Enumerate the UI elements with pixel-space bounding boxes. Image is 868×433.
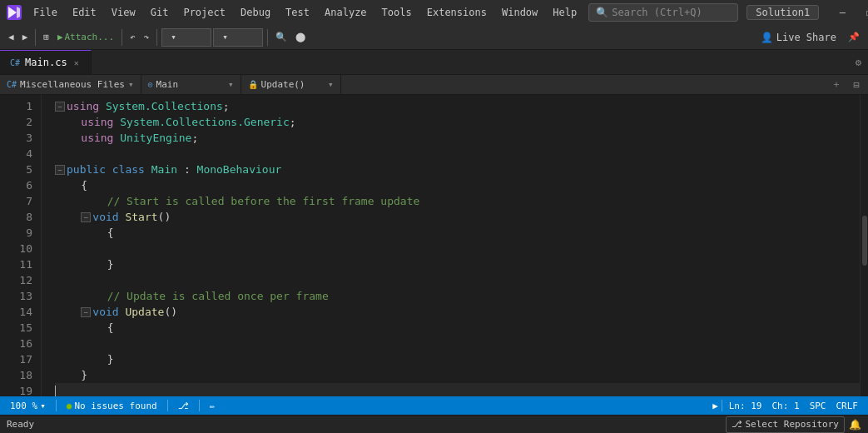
line-endings-status[interactable]: CRLF <box>833 396 862 415</box>
pending-changes[interactable]: ✏ <box>206 396 219 415</box>
maximize-button[interactable]: ☐ <box>857 3 868 22</box>
window-controls: — ☐ ✕ <box>831 3 868 22</box>
nav-class-segment[interactable]: ⊙ Main ▾ <box>141 75 241 94</box>
text-cursor <box>55 386 56 397</box>
start-button[interactable]: ▶ Attach... <box>54 27 117 47</box>
live-share-icon: 👤 <box>761 32 773 43</box>
menu-help[interactable]: Help <box>546 5 583 20</box>
redo-button[interactable]: ↷ <box>141 27 153 47</box>
forward-icon: ▶ <box>22 32 28 42</box>
zoom-status[interactable]: 100 % ▾ <box>7 396 49 415</box>
nav-back-button[interactable]: ◀ <box>5 27 17 47</box>
pin-button[interactable]: 📌 <box>845 27 863 47</box>
settings-gear-icon: ⚙ <box>856 57 861 68</box>
ready-label: Ready <box>7 419 34 430</box>
tab-label: Main.cs <box>25 57 67 68</box>
menu-file[interactable]: File <box>27 5 64 20</box>
fold-button[interactable]: − <box>55 165 65 175</box>
chevron-down-icon-5: ▾ <box>328 79 334 90</box>
title-bar: File Edit View Git Project Debug Test An… <box>0 0 868 25</box>
live-share-button[interactable]: 👤 Live Share <box>754 30 843 45</box>
find-button[interactable]: 🔍 <box>272 27 290 47</box>
line-number: 1 <box>0 98 32 114</box>
minimize-button[interactable]: — <box>831 3 854 22</box>
line-number: 12 <box>0 272 32 288</box>
breakpoint-icon: ⬤ <box>295 32 305 42</box>
zoom-chevron: ▾ <box>40 401 46 411</box>
notification-icon[interactable]: 🔔 <box>848 418 861 431</box>
menu-git[interactable]: Git <box>144 5 176 20</box>
menu-extensions[interactable]: Extensions <box>420 5 494 20</box>
code-line: // Start is called before the first fram… <box>55 193 860 209</box>
svg-marker-0 <box>8 7 17 18</box>
fold-button[interactable]: − <box>81 212 91 222</box>
pencil-icon: ✏ <box>210 401 216 411</box>
nav-method-segment[interactable]: 🔒 Update() ▾ <box>241 75 341 94</box>
nav-bar: C# Miscellaneous Files ▾ ⊙ Main ▾ 🔒 Upda… <box>0 75 868 95</box>
encoding-label: SPC <box>810 401 826 411</box>
menu-debug[interactable]: Debug <box>234 5 277 20</box>
branch-status[interactable]: ⎇ <box>175 396 192 415</box>
code-line <box>55 272 860 288</box>
code-area[interactable]: −using System.Collections; using System.… <box>42 95 860 396</box>
menu-analyze[interactable]: Analyze <box>318 5 374 20</box>
config-dropdown[interactable]: ▾ <box>161 28 211 47</box>
menu-view[interactable]: View <box>105 5 142 20</box>
menu-project[interactable]: Project <box>176 5 232 20</box>
menu-window[interactable]: Window <box>495 5 544 20</box>
nav-forward-button[interactable]: ▶ <box>19 27 32 47</box>
status-bar: 100 % ▾ ● No issues found ⎇ ✏ ▶ Ln: 19 C… <box>0 396 868 415</box>
nav-add-button[interactable]: ＋ <box>828 77 845 93</box>
select-repository-button[interactable]: ⎇ Select Repository <box>726 416 845 433</box>
ch-label: Ch: 1 <box>772 401 800 411</box>
cs-file-icon: C# <box>10 58 20 67</box>
toolbar: ◀ ▶ ⊞ ▶ Attach... ↶ ↷ ▾ ▾ 🔍 ⬤ 👤 Live Sha… <box>0 25 868 50</box>
menu-edit[interactable]: Edit <box>66 5 103 20</box>
line-number: 17 <box>0 351 32 367</box>
start-icon: ▶ <box>57 32 63 42</box>
toolbar-separator-1 <box>35 29 36 46</box>
code-line: { <box>55 177 860 193</box>
undo-button[interactable]: ↶ <box>126 27 139 47</box>
code-line: } <box>55 351 860 367</box>
tab-settings-button[interactable]: ⚙ <box>849 50 868 74</box>
nav-files-segment[interactable]: C# Miscellaneous Files ▾ <box>0 75 141 94</box>
search-placeholder: Search (Ctrl+Q) <box>612 7 702 18</box>
code-line: { <box>55 225 860 241</box>
code-line <box>55 383 860 396</box>
menu-test[interactable]: Test <box>279 5 316 20</box>
code-line: } <box>55 256 860 272</box>
code-line <box>55 336 860 351</box>
tab-close-button[interactable]: ✕ <box>72 57 81 68</box>
line-number: 18 <box>0 367 32 383</box>
code-line <box>55 241 860 256</box>
issues-icon: ● <box>67 401 72 411</box>
line-number: 4 <box>0 146 32 162</box>
encoding-status[interactable]: SPC <box>806 396 830 415</box>
fold-button[interactable]: − <box>81 307 91 317</box>
scrollbar-thumb[interactable] <box>862 216 867 266</box>
ch-status: Ch: 1 <box>769 396 803 415</box>
bottom-bar: Ready ⎇ Select Repository 🔔 <box>0 415 868 433</box>
solution-icon: ⊞ <box>43 32 49 42</box>
search-box[interactable]: 🔍 Search (Ctrl+Q) <box>588 3 738 22</box>
vertical-scrollbar[interactable] <box>860 95 868 396</box>
menu-tools[interactable]: Tools <box>375 5 419 20</box>
fold-button[interactable]: − <box>55 102 65 112</box>
platform-dropdown[interactable]: ▾ <box>213 28 263 47</box>
breakpoint-button[interactable]: ⬤ <box>292 27 309 47</box>
solution-explorer-button[interactable]: ⊞ <box>40 27 52 47</box>
pin-icon: 📌 <box>848 32 860 42</box>
undo-icon: ↶ <box>130 32 136 42</box>
nav-split-button[interactable]: ⊟ <box>848 77 865 93</box>
chevron-down-icon-4: ▾ <box>228 79 234 90</box>
issues-status[interactable]: ● No issues found <box>63 396 161 415</box>
chevron-down-icon-2: ▾ <box>222 32 228 42</box>
status-separator-4 <box>722 400 722 411</box>
ln-status: Ln: 19 <box>726 396 766 415</box>
line-number: 11 <box>0 256 32 272</box>
tab-main-cs[interactable]: C# Main.cs ✕ <box>0 50 92 74</box>
toolbar-separator-3 <box>156 29 157 46</box>
back-icon: ◀ <box>8 32 14 42</box>
live-share-label: Live Share <box>776 32 836 43</box>
